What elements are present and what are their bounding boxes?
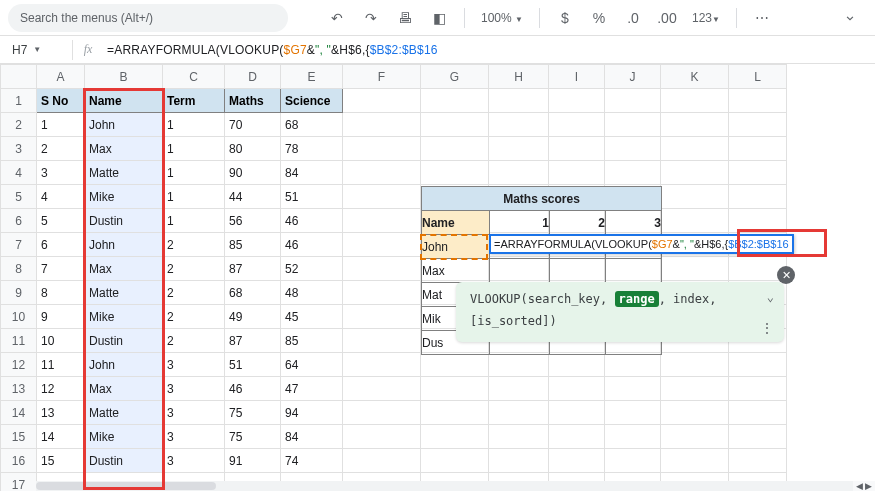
cell[interactable]: 15 (37, 449, 85, 473)
cell[interactable]: 84 (281, 425, 343, 449)
cell[interactable]: 44 (225, 185, 281, 209)
row-header[interactable]: 6 (1, 209, 37, 233)
cell[interactable]: Dustin (85, 329, 163, 353)
spreadsheet-grid[interactable]: A B C D E F G H I J K L 1 S No Name Term… (0, 64, 875, 491)
cell[interactable] (489, 353, 549, 377)
col-header[interactable]: J (605, 65, 661, 89)
cell[interactable]: 90 (225, 161, 281, 185)
cell[interactable] (343, 233, 421, 257)
cell[interactable] (605, 425, 661, 449)
col-header[interactable]: K (661, 65, 729, 89)
decrease-decimal-icon[interactable]: .0 (624, 9, 642, 27)
cell[interactable]: 75 (225, 425, 281, 449)
col-header[interactable]: B (85, 65, 163, 89)
cell[interactable]: 12 (37, 377, 85, 401)
cell[interactable]: Matte (85, 401, 163, 425)
row-header[interactable]: 4 (1, 161, 37, 185)
cell[interactable] (729, 137, 787, 161)
cell[interactable]: 87 (225, 257, 281, 281)
zoom-dropdown[interactable]: 100% ▼ (481, 11, 523, 25)
cell[interactable]: 1 (163, 161, 225, 185)
cell[interactable] (489, 425, 549, 449)
cell[interactable] (549, 113, 605, 137)
increase-decimal-icon[interactable]: .00 (658, 9, 676, 27)
cell[interactable]: 84 (281, 161, 343, 185)
cell[interactable] (605, 377, 661, 401)
cell[interactable] (729, 113, 787, 137)
cell[interactable] (343, 329, 421, 353)
cell[interactable]: 48 (281, 281, 343, 305)
cell[interactable] (343, 401, 421, 425)
cell[interactable] (729, 377, 787, 401)
cell[interactable] (729, 425, 787, 449)
cell[interactable] (661, 353, 729, 377)
cell[interactable]: 3 (37, 161, 85, 185)
cell[interactable]: 51 (281, 185, 343, 209)
cell[interactable] (421, 425, 489, 449)
cell[interactable] (343, 257, 421, 281)
maths-col-2[interactable]: 2 (550, 211, 606, 235)
cell[interactable] (489, 113, 549, 137)
cell[interactable]: 7 (37, 257, 85, 281)
cell[interactable] (549, 377, 605, 401)
cell[interactable]: 80 (225, 137, 281, 161)
row-header[interactable]: 15 (1, 425, 37, 449)
cell[interactable]: 1 (163, 209, 225, 233)
cell[interactable] (343, 161, 421, 185)
cell[interactable] (661, 425, 729, 449)
cell[interactable] (729, 353, 787, 377)
cell[interactable]: 9 (37, 305, 85, 329)
formula-input[interactable]: =ARRAYFORMULA(VLOOKUP($G7&", "&H$6,{$B$2… (103, 43, 438, 57)
maths-title[interactable]: Maths scores (422, 187, 662, 211)
cell[interactable] (661, 257, 729, 281)
cell[interactable]: 46 (225, 377, 281, 401)
cell[interactable]: 52 (281, 257, 343, 281)
cell[interactable] (729, 209, 787, 233)
cell[interactable] (661, 161, 729, 185)
cell[interactable] (549, 353, 605, 377)
col-header[interactable]: E (281, 65, 343, 89)
cell[interactable]: 56 (225, 209, 281, 233)
cell[interactable] (661, 89, 729, 113)
cell[interactable] (489, 449, 549, 473)
cell[interactable] (489, 377, 549, 401)
cell[interactable] (605, 113, 661, 137)
cell[interactable]: 87 (225, 329, 281, 353)
cell[interactable]: 6 (37, 233, 85, 257)
cell[interactable] (661, 449, 729, 473)
cell[interactable]: 51 (225, 353, 281, 377)
cell[interactable]: 49 (225, 305, 281, 329)
cell[interactable]: 85 (281, 329, 343, 353)
maths-name[interactable]: Max (422, 259, 490, 283)
cell[interactable]: Max (85, 137, 163, 161)
cell[interactable]: 45 (281, 305, 343, 329)
cell[interactable] (549, 449, 605, 473)
cell[interactable] (421, 449, 489, 473)
row-header[interactable]: 8 (1, 257, 37, 281)
cell[interactable]: Maths (225, 89, 281, 113)
cell[interactable]: 75 (225, 401, 281, 425)
col-header[interactable]: A (37, 65, 85, 89)
cell[interactable]: 46 (281, 209, 343, 233)
row-header[interactable]: 12 (1, 353, 37, 377)
cell[interactable] (661, 401, 729, 425)
cell[interactable] (343, 353, 421, 377)
cell[interactable]: 68 (225, 281, 281, 305)
collapse-toolbar-icon[interactable] (841, 9, 859, 27)
col-header[interactable]: L (729, 65, 787, 89)
cell[interactable] (729, 185, 787, 209)
cell[interactable]: 68 (281, 113, 343, 137)
cell[interactable]: 2 (163, 257, 225, 281)
row-header[interactable]: 9 (1, 281, 37, 305)
cell[interactable]: 2 (37, 137, 85, 161)
cell[interactable]: 2 (163, 305, 225, 329)
cell[interactable]: 5 (37, 209, 85, 233)
collapse-tooltip-icon[interactable]: ⌄ (767, 290, 774, 304)
cell[interactable]: 2 (163, 233, 225, 257)
cell[interactable] (661, 185, 729, 209)
cell[interactable]: Max (85, 377, 163, 401)
paint-format-icon[interactable]: ◧ (430, 9, 448, 27)
maths-name-header[interactable]: Name (422, 211, 490, 235)
row-header[interactable]: 1 (1, 89, 37, 113)
cell[interactable]: 46 (281, 233, 343, 257)
